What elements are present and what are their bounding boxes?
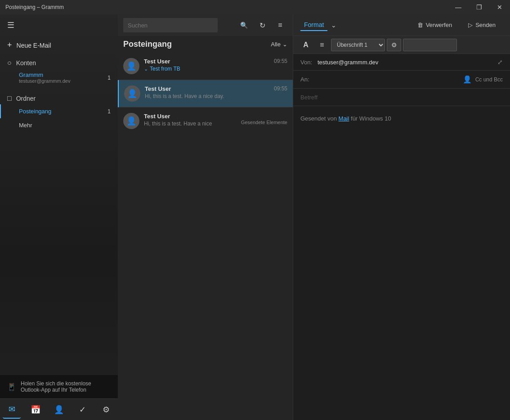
trash-icon: 🗑 <box>417 22 423 28</box>
sidebar-folder-mehr[interactable]: Mehr <box>0 118 118 132</box>
promo-text: Holen Sie sich die kostenlose Outlook-Ap… <box>21 380 111 393</box>
signature-text: Gesendet von <box>300 115 339 122</box>
new-email-label: Neue E-Mail <box>17 42 51 49</box>
paragraph-format-button[interactable]: ≡ <box>315 38 329 52</box>
avatar: 👤 <box>123 113 139 129</box>
signature-suffix: für Windows 10 <box>349 115 391 122</box>
avatar: 👤 <box>124 85 140 102</box>
account-name: Grammm <box>19 71 107 78</box>
to-label: An: <box>300 76 314 83</box>
mehr-label: Mehr <box>19 122 32 129</box>
folder-icon: □ <box>7 94 12 103</box>
heading-select[interactable]: Überschrift 1 Überschrift 2 Normal <box>331 39 385 51</box>
email-preview: Hi, this is a test. Have a nice <box>144 121 212 127</box>
people-search-icon[interactable]: 👤 <box>463 75 472 84</box>
format-options-button[interactable]: ⚙ <box>387 39 401 51</box>
user-icon: 👤 <box>127 89 137 98</box>
email-item[interactable]: 👤 Test User 09:55 Hi, this is a test. Ha… <box>118 80 293 107</box>
email-sender: Test User <box>144 113 170 120</box>
outlook-promo[interactable]: 📱 Holen Sie sich die kostenlose Outlook-… <box>0 375 118 398</box>
from-label: Von: <box>300 59 314 66</box>
discard-button[interactable]: 🗑 Verwerfen <box>412 19 458 31</box>
expand-icon[interactable]: ⤢ <box>497 58 503 66</box>
formatting-bar: A ≡ Überschrift 1 Überschrift 2 Normal ⚙ <box>293 36 510 54</box>
people-icon: 👤 <box>54 405 64 415</box>
nav-calendar-icon[interactable]: 📅 <box>27 401 45 419</box>
send-icon: ▷ <box>468 22 473 28</box>
calendar-icon: 📅 <box>31 405 40 415</box>
email-preview: Hi, this is a test. Have a nice day. <box>145 93 287 99</box>
font-size-button[interactable]: A <box>299 38 313 52</box>
refresh-button[interactable]: ↻ <box>255 18 269 32</box>
compose-toolbar: Format ⌄ 🗑 Verwerfen ▷ Senden <box>293 14 510 36</box>
send-label: Senden <box>475 22 496 28</box>
user-icon: 👤 <box>126 61 136 71</box>
compose-body[interactable]: Gesendet von Mail für Windows 10 <box>293 106 510 420</box>
hamburger-icon[interactable]: ☰ <box>7 20 14 30</box>
to-input[interactable] <box>318 76 459 83</box>
inbox-title: Posteingang <box>123 40 172 49</box>
user-icon: 👤 <box>126 116 136 126</box>
from-value: testuser@grammm.dev <box>318 59 494 66</box>
cc-bcc-button[interactable]: Cc und Bcc <box>475 76 503 83</box>
dropdown-arrow-icon[interactable]: ⌄ <box>331 22 336 29</box>
subject-input[interactable] <box>300 94 503 101</box>
refresh-icon: ↻ <box>259 21 265 30</box>
filter-button[interactable]: ≡ <box>273 18 287 32</box>
sidebar-folder-inbox[interactable]: Posteingang 1 <box>0 104 118 118</box>
sidebar-header[interactable]: ☰ <box>0 14 118 36</box>
window-controls: — ❐ ✕ <box>448 0 510 14</box>
inbox-badge: 1 <box>107 108 111 115</box>
discard-label: Verwerfen <box>426 22 452 28</box>
email-item[interactable]: 👤 Test User Hi, this is a test. Have a n… <box>118 107 293 134</box>
window-title: Posteingang – Grammm <box>5 4 64 10</box>
new-email-icon: + <box>7 40 12 50</box>
mail-link[interactable]: Mail <box>339 115 349 122</box>
inbox-title-bar: Posteingang Alle ⌄ <box>118 36 293 53</box>
send-button[interactable]: ▷ Senden <box>461 19 503 31</box>
new-email-button[interactable]: + Neue E-Mail <box>0 36 118 54</box>
filter-icon: ≡ <box>278 21 282 29</box>
nav-settings-icon[interactable]: ⚙ <box>97 401 115 419</box>
compose-signature: Gesendet von Mail für Windows 10 <box>300 115 503 122</box>
sent-elements-badge: Gesendete Elemente <box>241 120 287 127</box>
account-badge: 1 <box>107 75 111 81</box>
titlebar: Posteingang – Grammm — ❐ ✕ <box>0 0 510 14</box>
filter-label: Alle <box>271 41 281 48</box>
email-content: Test User 09:55 ⌄ Test from TB <box>144 58 287 72</box>
paragraph-icon: ≡ <box>320 41 324 49</box>
minimize-button[interactable]: — <box>448 0 469 14</box>
to-field-actions: 👤 Cc und Bcc <box>463 75 503 84</box>
to-field-row: An: 👤 Cc und Bcc <box>293 71 510 89</box>
close-button[interactable]: ✕ <box>489 0 510 14</box>
sidebar-nav-bar: ✉ 📅 👤 ✓ ⚙ <box>0 398 118 420</box>
email-time: 09:55 <box>274 58 287 64</box>
email-subject: ⌄ Test from TB <box>144 66 287 72</box>
format-spacer <box>403 39 457 51</box>
sidebar-bottom: 📱 Holen Sie sich die kostenlose Outlook-… <box>0 375 118 420</box>
nav-tasks-icon[interactable]: ✓ <box>73 401 91 419</box>
email-content: Test User Hi, this is a test. Have a nic… <box>144 113 287 129</box>
email-item[interactable]: 👤 Test User 09:55 ⌄ Test from TB <box>118 53 293 80</box>
inbox-label: Posteingang <box>19 108 51 115</box>
accounts-section[interactable]: ○ Konten <box>0 54 118 69</box>
nav-people-icon[interactable]: 👤 <box>50 401 68 419</box>
mail-icon: ✉ <box>9 404 15 414</box>
filter-chevron-icon: ⌄ <box>282 41 287 48</box>
maximize-button[interactable]: ❐ <box>469 0 489 14</box>
gear-icon: ⚙ <box>391 41 397 49</box>
account-item[interactable]: Grammm testuser@grammm.dev 1 <box>0 69 118 86</box>
phone-icon: 📱 <box>7 383 16 391</box>
email-time: 09:55 <box>274 85 287 92</box>
email-list: 🔍 ↻ ≡ Posteingang Alle ⌄ 👤 Test <box>118 14 293 420</box>
subject-row <box>293 89 510 106</box>
search-input[interactable] <box>123 18 218 32</box>
settings-icon: ⚙ <box>103 405 110 415</box>
sidebar: ☰ + Neue E-Mail ○ Konten Grammm testuser… <box>0 14 118 420</box>
nav-mail-icon[interactable]: ✉ <box>3 401 21 419</box>
folders-section[interactable]: □ Ordner <box>0 90 118 104</box>
format-tab[interactable]: Format <box>300 19 327 31</box>
inbox-filter[interactable]: Alle ⌄ <box>271 41 287 48</box>
from-field-row: Von: testuser@grammm.dev ⤢ <box>293 54 510 71</box>
account-email: testuser@grammm.dev <box>19 78 107 84</box>
